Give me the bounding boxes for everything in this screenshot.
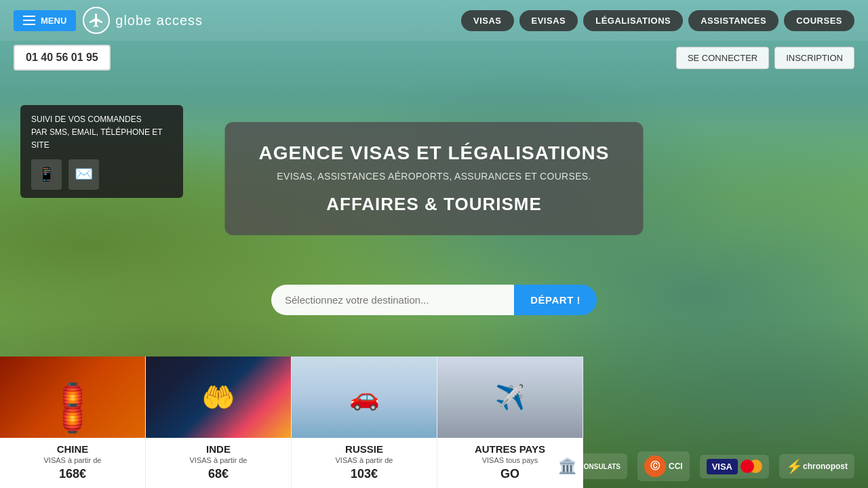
card-chine-label: VISAS à partir de <box>0 456 145 464</box>
destination-cards: 🏮 CHINE VISAS à partir de 168€ 🤲 INDE VI… <box>0 357 583 488</box>
register-button[interactable]: INSCRIPTION <box>774 47 854 69</box>
notification-icons: 📱 ✉️ <box>31 159 172 190</box>
hero-card: AGENCE VISAS ET LÉGALISATIONS EVISAS, AS… <box>225 122 644 235</box>
card-inde-label: VISAS à partir de <box>146 456 291 464</box>
card-inde-name: INDE <box>146 443 291 455</box>
sub-header: 01 40 56 01 95 SE CONNECTER INSCRIPTION <box>0 41 868 75</box>
search-container: DÉPART ! <box>271 285 597 315</box>
card-inde-price: 68€ <box>146 467 291 481</box>
card-inde[interactable]: 🤲 INDE VISAS à partir de 68€ <box>146 357 292 488</box>
card-russie-label: VISAS à partir de <box>292 456 437 464</box>
nav-courses[interactable]: COURSES <box>784 10 854 31</box>
header-left: MENU globe access <box>14 7 203 34</box>
card-inde-image: 🤲 <box>146 357 291 438</box>
header: MENU globe access VISAS EVISAS LÉGALISAT… <box>0 0 868 41</box>
consulats-text: CONSULATS <box>579 463 620 470</box>
destination-search-input[interactable] <box>271 285 514 315</box>
bottom-logos: 🏛️ CONSULATS Ⓒ CCI VISA ⚡ chronopost <box>551 451 855 481</box>
nav-visas[interactable]: VISAS <box>461 10 514 31</box>
card-russie-name: RUSSIE <box>292 443 437 455</box>
nav-legalisations[interactable]: LÉGALISATIONS <box>583 10 683 31</box>
hamburger-icon <box>23 16 35 25</box>
card-autres-image: ✈️ <box>437 357 583 438</box>
main-nav: VISAS EVISAS LÉGALISATIONS ASSISTANCES C… <box>461 10 854 31</box>
visa-logo: VISA <box>700 455 769 479</box>
hero-subtitle: EVISAS, ASSISTANCES AÉROPORTS, ASSURANCE… <box>259 171 610 182</box>
card-chine-name: CHINE <box>0 443 145 455</box>
login-button[interactable]: SE CONNECTER <box>676 47 769 69</box>
notification-box: SUIVI DE VOS COMMANDES PAR SMS, EMAIL, T… <box>20 105 183 198</box>
menu-label: MENU <box>41 16 66 26</box>
chronopost-logo: ⚡ chronopost <box>779 454 854 479</box>
notification-line2: PAR SMS, EMAIL, TÉLÉPHONE ET SITE <box>31 126 172 152</box>
menu-button[interactable]: MENU <box>14 10 76 31</box>
phone-icon: 📱 <box>31 159 62 190</box>
chronopost-text: chronopost <box>803 462 848 471</box>
airplane-logo-icon <box>88 12 104 28</box>
card-russie-image: 🚗 <box>292 357 437 438</box>
auth-buttons: SE CONNECTER INSCRIPTION <box>676 47 854 69</box>
card-chine-price: 168€ <box>0 467 145 481</box>
cci-logo: Ⓒ CCI <box>637 451 690 481</box>
logo-icon <box>83 7 110 34</box>
logo[interactable]: globe access <box>83 7 203 34</box>
card-russie-price: 103€ <box>292 467 437 481</box>
logo-text: globe access <box>115 13 203 28</box>
email-icon: ✉️ <box>68 159 99 190</box>
card-russie[interactable]: 🚗 RUSSIE VISAS à partir de 103€ <box>292 357 437 488</box>
consulats-logo: 🏛️ CONSULATS <box>551 453 627 479</box>
hero-title: AGENCE VISAS ET LÉGALISATIONS <box>259 142 610 164</box>
notification-line1: SUIVI DE VOS COMMANDES <box>31 113 172 126</box>
phone-button[interactable]: 01 40 56 01 95 <box>14 45 111 70</box>
card-chine[interactable]: 🏮 CHINE VISAS à partir de 168€ <box>0 357 146 488</box>
hero-tagline: AFFAIRES & TOURISME <box>259 194 610 215</box>
card-chine-image: 🏮 <box>0 357 145 438</box>
search-button[interactable]: DÉPART ! <box>514 285 597 315</box>
nav-assistances[interactable]: ASSISTANCES <box>688 10 778 31</box>
nav-evisas[interactable]: EVISAS <box>519 10 578 31</box>
visa-text: VISA <box>707 459 738 474</box>
cci-text: CCI <box>669 462 683 471</box>
